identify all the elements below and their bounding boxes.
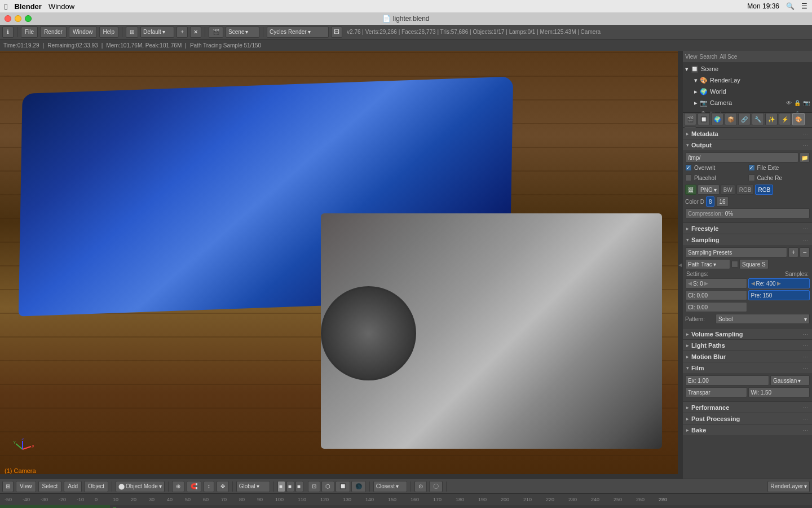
viewport-scrollbar[interactable]: ◀ <box>678 51 682 479</box>
placeholder-checkbox[interactable] <box>685 174 692 181</box>
output-path-input[interactable]: /tmp/ <box>685 152 798 163</box>
select-menu-btn[interactable]: Select <box>38 481 62 492</box>
pattern-dropdown[interactable]: Sobol ▾ <box>716 314 810 324</box>
motion-blur-header[interactable]: ▸ Motion Blur ··· <box>683 351 812 362</box>
metadata-section-header[interactable]: ▸ Metadata ··· <box>683 128 812 139</box>
object-menu-btn[interactable]: Object <box>84 481 108 492</box>
film-section-header[interactable]: ▾ Film ··· <box>683 362 812 373</box>
texture-btn[interactable]: 🔲 <box>336 481 350 492</box>
outliner-world[interactable]: ▸ 🌍 World <box>683 86 812 97</box>
pre150-field[interactable]: Pre: 150 <box>748 290 810 300</box>
render-icon[interactable]: 🎞 <box>331 27 342 38</box>
outliner-camera[interactable]: ▸ 📷 Camera 👁 🔒 📷 <box>683 97 812 108</box>
outliner-renderlay[interactable]: ▾ 🎨 RenderLay <box>683 75 812 86</box>
view-tab[interactable]: View <box>685 54 698 60</box>
proportional-btn[interactable]: ⊙ <box>414 481 427 492</box>
menu-icon[interactable]: ☰ <box>801 2 807 10</box>
color-bw-btn[interactable]: BW <box>721 185 735 195</box>
info-icon-btn[interactable]: ℹ <box>2 27 14 38</box>
layout-dropdown[interactable]: Default ▾ <box>140 27 174 38</box>
snap-to-dropdown[interactable]: Closest ▾ <box>373 481 407 492</box>
output-section-header[interactable]: ▾ Output ··· <box>683 139 812 150</box>
overwrite-checkbox[interactable]: ✓ <box>685 164 692 171</box>
film-transp-field[interactable]: Transpar <box>685 387 747 397</box>
blender-menu[interactable]: Blender <box>14 2 41 11</box>
layout-icon-btn[interactable]: ⊞ <box>126 27 138 38</box>
scene-icon-btn[interactable]: 🎬 <box>209 27 223 38</box>
file-menu[interactable]: File <box>21 27 38 38</box>
view-menu-btn[interactable]: View <box>16 481 36 492</box>
sampling-add-btn[interactable]: + <box>788 247 798 257</box>
re400-field[interactable]: ◀ Re: 400 ▶ <box>748 278 810 288</box>
render-menu[interactable]: Render <box>40 27 67 38</box>
performance-header[interactable]: ▸ Performance ··· <box>683 401 812 413</box>
camera-render-icon[interactable]: 📷 <box>803 100 810 106</box>
close-button[interactable] <box>5 15 11 22</box>
transform-btn[interactable]: ↕ <box>204 481 214 492</box>
bake-header[interactable]: ▸ Bake ··· <box>683 424 812 435</box>
transform-orient-dropdown[interactable]: Global ▾ <box>236 481 270 492</box>
add-menu-btn[interactable]: Add <box>64 481 82 492</box>
window-menu-btn[interactable]: Window <box>69 27 97 38</box>
layer2-btn[interactable]: ■ <box>286 481 294 492</box>
solid-btn[interactable]: ⬡ <box>321 481 334 492</box>
proportional-type-btn[interactable]: 〇 <box>429 481 443 492</box>
materials-icon[interactable]: 🎨 <box>792 113 805 125</box>
pivot-btn[interactable]: ⊕ <box>172 481 184 492</box>
render-layer-dropdown[interactable]: RenderLayer ▾ <box>767 481 810 492</box>
square-samples-btn[interactable]: Square S <box>739 259 769 269</box>
physics-icon[interactable]: ⚡ <box>779 113 791 125</box>
film-wi-field[interactable]: Wi: 1.50 <box>748 387 810 397</box>
remove-layout-btn[interactable]: ✕ <box>190 27 201 38</box>
apple-icon[interactable]:  <box>5 2 7 11</box>
compression-input[interactable]: Compression: 0% <box>685 208 810 218</box>
film-filter-dropdown[interactable]: Gaussian ▾ <box>770 375 810 386</box>
camera-lock-icon[interactable]: 🔒 <box>794 100 801 106</box>
allscene-tab[interactable]: All Sce <box>720 54 737 60</box>
add-layout-btn[interactable]: + <box>176 27 188 38</box>
viewport-hscrollbar[interactable] <box>0 474 682 479</box>
constraints-icon[interactable]: 🔗 <box>738 113 751 125</box>
color-depth-16[interactable]: 16 <box>716 196 728 207</box>
outliner-scene[interactable]: ▾ 🔲 Scene <box>683 63 812 75</box>
viewport-type-btn[interactable]: ⊞ <box>2 481 14 492</box>
world-props-icon[interactable]: 🌍 <box>711 113 723 125</box>
mode-dropdown[interactable]: ⬤ Object Mode ▾ <box>116 481 165 492</box>
layer3-btn[interactable]: ■ <box>295 481 303 492</box>
outliner-circle[interactable]: ▸ ⬤ Circle 👁 🔒 📷 <box>683 108 812 113</box>
render-props-icon[interactable]: 🎬 <box>684 113 696 125</box>
post-processing-header[interactable]: ▸ Post Processing ··· <box>683 413 812 424</box>
integrator-dropdown[interactable]: Path Trac ▾ <box>685 259 730 269</box>
color-rgb-btn[interactable]: RGB <box>736 185 754 195</box>
snap-btn[interactable]: 🧲 <box>187 481 201 492</box>
camera-eye-icon[interactable]: 👁 <box>786 100 792 106</box>
sampling-remove-btn[interactable]: − <box>800 247 810 257</box>
film-ex-field[interactable]: Ex: 1.00 <box>685 375 769 386</box>
fileext-checkbox[interactable]: ✓ <box>748 164 755 171</box>
s0-field[interactable]: ◀ S: 0 ▶ <box>685 278 747 288</box>
scene-dropdown[interactable]: Scene ▾ <box>226 27 259 38</box>
ci1-field[interactable]: CI: 0.00 <box>685 290 747 300</box>
sampling-presets-dropdown[interactable]: Sampling Presets <box>685 247 787 257</box>
viewport[interactable]: X Y Z (1) Camera ◀ <box>0 51 682 479</box>
particles-icon[interactable]: ✨ <box>765 113 778 125</box>
color-rgba-btn[interactable]: RGB <box>755 185 773 195</box>
layer1-btn[interactable]: ■ <box>277 481 285 492</box>
manipulator-btn[interactable]: ✥ <box>217 481 229 492</box>
modifiers-icon[interactable]: 🔧 <box>752 113 764 125</box>
color-depth-8[interactable]: 8 <box>706 196 715 207</box>
fullscreen-button[interactable] <box>25 15 32 22</box>
light-paths-header[interactable]: ▸ Light Paths ··· <box>683 339 812 351</box>
output-path-browse-btn[interactable]: 📁 <box>800 152 810 163</box>
search-icon[interactable]: 🔍 <box>786 2 795 10</box>
volume-sampling-header[interactable]: ▸ Volume Sampling ··· <box>683 328 812 339</box>
format-dropdown[interactable]: PNG ▾ <box>698 185 720 195</box>
timeline-content[interactable] <box>0 505 812 508</box>
help-menu[interactable]: Help <box>99 27 119 38</box>
minimize-button[interactable] <box>15 15 21 22</box>
cache-checkbox[interactable] <box>748 174 755 181</box>
render-engine-dropdown[interactable]: Cycles Render ▾ <box>267 27 329 38</box>
object-props-icon[interactable]: 📦 <box>725 113 737 125</box>
freestyle-section-header[interactable]: ▸ Freestyle ··· <box>683 222 812 234</box>
render-btn[interactable]: 🌑 <box>351 481 366 492</box>
